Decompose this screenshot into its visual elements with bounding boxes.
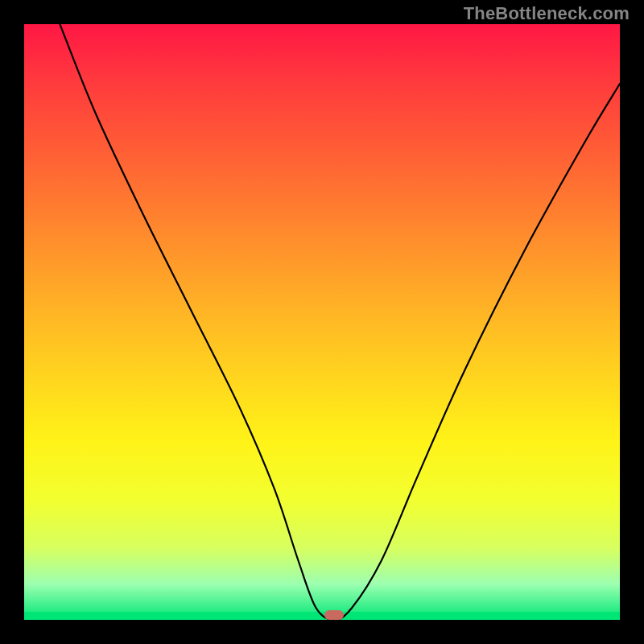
bottleneck-curve [24, 24, 620, 620]
chart-frame: TheBottleneck.com [0, 0, 644, 644]
curve-path [60, 24, 620, 620]
plot-area [24, 24, 620, 620]
optimal-point-marker [324, 610, 344, 620]
watermark-text: TheBottleneck.com [464, 3, 630, 24]
